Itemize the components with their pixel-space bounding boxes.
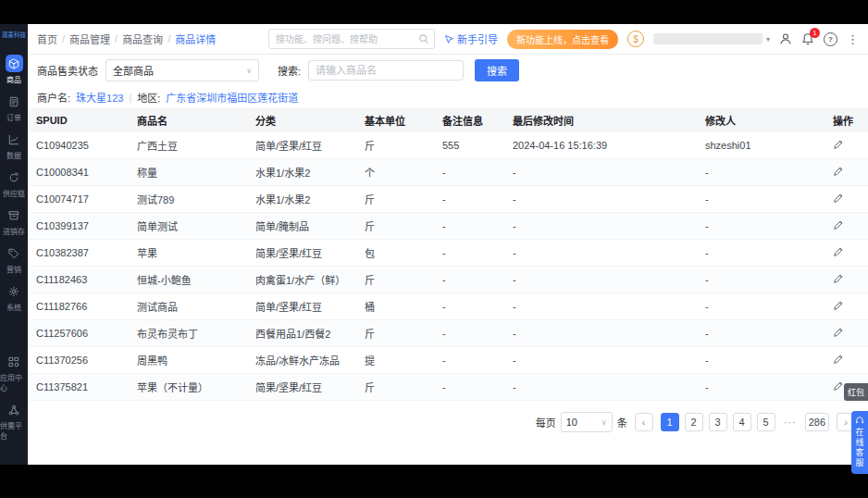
top-bar: 首页 / 商品管理 / 商品查询 / 商品详情	[28, 24, 868, 55]
cell-note: -	[437, 293, 507, 320]
breadcrumb-home[interactable]: 首页	[37, 31, 57, 46]
customer-service-ribbon[interactable]: 在线客服	[851, 411, 868, 474]
per-page-select[interactable]: 10 ∨	[561, 412, 613, 432]
edit-button[interactable]	[827, 320, 868, 347]
column-header: 操作	[827, 108, 868, 132]
column-header: SPUID	[28, 108, 131, 132]
cell-spuid: C10008341	[28, 159, 131, 186]
cell-note: -	[437, 213, 507, 240]
page-button[interactable]: 286	[805, 413, 829, 431]
page-button[interactable]: 2	[685, 413, 703, 431]
cell-modified: -	[507, 347, 700, 374]
column-header: 最后修改时间	[507, 108, 700, 132]
page-button[interactable]: 4	[733, 413, 751, 431]
edit-button[interactable]	[827, 213, 868, 240]
pagination-ellipsis[interactable]: ···	[781, 413, 800, 431]
goods-table: SPUID商品名分类基本单位备注信息最后修改时间修改人操作 C10940235广…	[28, 108, 868, 401]
account-person-icon[interactable]	[779, 32, 792, 45]
user-account[interactable]: ▾	[653, 33, 770, 44]
page-button[interactable]: 5	[757, 413, 775, 431]
sidebar-item-label: 营销	[6, 264, 21, 274]
cell-modified: -	[507, 213, 700, 240]
edit-button[interactable]	[827, 186, 868, 213]
keyword-search-input[interactable]	[308, 60, 464, 81]
network-icon	[6, 401, 23, 418]
cell-modified: -	[507, 320, 700, 347]
currency-icon[interactable]: $	[627, 31, 644, 47]
cell-modifier: -	[700, 320, 827, 347]
edit-button[interactable]	[827, 159, 868, 186]
cell-modifier: -	[700, 374, 827, 401]
edit-pencil-icon	[833, 273, 844, 284]
sidebar-item-orders[interactable]: 订单	[0, 93, 28, 122]
cell-modifier: -	[700, 240, 827, 267]
table-row: C11375821苹果（不计量）简果/坚果/红豆斤---	[28, 374, 868, 401]
cell-modified: -	[507, 186, 700, 213]
page-button[interactable]: 1	[661, 413, 679, 431]
more-menu-icon[interactable]: ⋮	[847, 33, 859, 45]
edit-button[interactable]	[827, 240, 868, 267]
edit-button[interactable]	[827, 267, 868, 293]
cell-name: 简单测试	[131, 213, 250, 240]
filter-bar: 商品售卖状态 全部商品 ∨ 搜索: 搜索	[28, 55, 868, 86]
edit-button[interactable]	[827, 293, 868, 320]
table-row: C10074717测试789水果1/水果2斤---	[28, 186, 868, 213]
search-button[interactable]: 搜索	[475, 59, 519, 81]
cell-unit: 斤	[359, 374, 437, 401]
cell-unit: 提	[359, 347, 437, 374]
table-row: C11182766测试商品简单/坚果/红豆桶---	[28, 293, 868, 320]
help-icon[interactable]: ?	[824, 32, 837, 46]
cell-modified: -	[507, 293, 700, 320]
cell-unit: 桶	[359, 293, 437, 320]
edit-button[interactable]	[827, 347, 868, 374]
cell-spuid: C11375821	[28, 374, 131, 401]
order-icon	[6, 93, 23, 110]
column-header: 商品名	[131, 108, 250, 132]
sidebar-item-supply-chain[interactable]: 供应链	[0, 168, 28, 198]
sidebar-item-app-center[interactable]: 应用中心	[0, 353, 28, 392]
region-label: 地区:	[137, 90, 160, 105]
edit-button[interactable]	[827, 132, 868, 159]
merchant-name-link[interactable]: 珠大星123	[76, 90, 123, 105]
cell-note: -	[437, 240, 507, 267]
status-select[interactable]: 全部商品 ∨	[105, 59, 259, 81]
notification-bell-icon[interactable]: 1	[801, 32, 814, 45]
sidebar-item-goods[interactable]: 商品	[0, 55, 28, 84]
sidebar-item-system[interactable]: 系统	[0, 282, 28, 312]
table-row: C10399137简单测试简单/腌制品斤---	[28, 213, 868, 240]
sidebar-item-data[interactable]: 数据	[0, 131, 28, 160]
edit-pencil-icon	[833, 380, 844, 392]
table-row: C10382387苹果简果/坚果/红豆包---	[28, 240, 868, 267]
cell-spuid: C10074717	[28, 186, 131, 213]
region-link[interactable]: 广东省深圳市福田区莲花街道	[166, 90, 298, 105]
cell-modifier: -	[700, 347, 827, 374]
breadcrumb-current: 商品详情	[175, 31, 216, 46]
edit-pencil-icon	[833, 219, 844, 230]
service-ribbon-label: 在线客服	[854, 428, 866, 468]
cell-modifier: -	[700, 186, 827, 213]
search-icon	[418, 33, 429, 44]
table-body: C10940235广西土豆简单/坚果/红豆斤5552024-04-16 15:1…	[28, 132, 868, 401]
red-packet-floater[interactable]: 红包	[844, 383, 868, 401]
global-search[interactable]	[268, 29, 435, 49]
breadcrumb: 首页 / 商品管理 / 商品查询 / 商品详情	[37, 31, 216, 46]
merchant-info-row: 商户名: 珠大星123 | 地区: 广东省深圳市福田区莲花街道	[28, 86, 868, 108]
cell-modifier: -	[700, 293, 827, 320]
pagination: 每页 10 ∨ 条 ‹ 12345···286 ›	[28, 401, 868, 432]
cell-spuid: C11257606	[28, 320, 131, 347]
sidebar-item-marketing[interactable]: 营销	[0, 244, 28, 274]
cell-unit: 斤	[359, 213, 437, 240]
table-row: C11182463恒城-小鲍鱼肉禽蛋1/水产（鲜）斤---	[28, 267, 868, 293]
edit-pencil-icon	[833, 327, 844, 338]
global-search-input[interactable]	[274, 33, 415, 45]
sidebar-item-inventory[interactable]: 进销存	[0, 206, 28, 236]
page-button[interactable]: 3	[709, 413, 727, 431]
breadcrumb-goods-query[interactable]: 商品查询	[122, 31, 163, 46]
breadcrumb-goods-management[interactable]: 商品管理	[69, 31, 110, 46]
beginner-guide-button[interactable]: 新手引导	[444, 31, 498, 46]
prev-page-button[interactable]: ‹	[635, 413, 653, 431]
new-feature-banner[interactable]: 新功能上线，点击查看	[507, 30, 618, 49]
user-name-redacted	[653, 33, 763, 44]
cell-modified: 2024-04-16 15:16:39	[507, 132, 700, 159]
sidebar-item-supply-platform[interactable]: 供需平台	[0, 401, 28, 441]
